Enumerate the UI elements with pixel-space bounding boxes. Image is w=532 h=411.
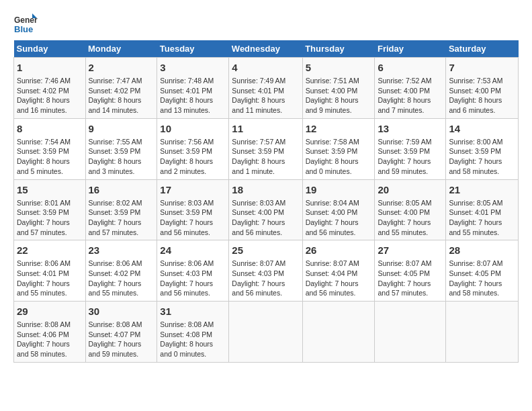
- calendar-cell: 12Sunrise: 7:58 AM Sunset: 3:59 PM Dayli…: [302, 118, 375, 179]
- calendar-cell: 31Sunrise: 8:08 AM Sunset: 4:08 PM Dayli…: [157, 302, 229, 363]
- cell-content: Sunrise: 8:05 AM Sunset: 4:01 PM Dayligh…: [449, 198, 515, 238]
- calendar-cell: 19Sunrise: 8:04 AM Sunset: 4:00 PM Dayli…: [302, 179, 375, 240]
- calendar-cell: 13Sunrise: 7:59 AM Sunset: 3:59 PM Dayli…: [375, 118, 446, 179]
- header: General Blue: [13, 12, 519, 36]
- week-row-4: 22Sunrise: 8:06 AM Sunset: 4:01 PM Dayli…: [14, 240, 519, 302]
- day-number: 11: [232, 122, 299, 136]
- cell-content: Sunrise: 7:55 AM Sunset: 3:59 PM Dayligh…: [89, 137, 154, 177]
- cell-content: Sunrise: 7:53 AM Sunset: 4:00 PM Dayligh…: [449, 76, 515, 116]
- cell-content: Sunrise: 8:07 AM Sunset: 4:05 PM Dayligh…: [449, 259, 515, 298]
- day-number: 6: [378, 60, 443, 75]
- calendar-cell: 27Sunrise: 8:07 AM Sunset: 4:05 PM Dayli…: [375, 240, 446, 302]
- day-number: 15: [17, 183, 83, 197]
- calendar-cell: 14Sunrise: 8:00 AM Sunset: 3:59 PM Dayli…: [446, 118, 519, 179]
- cell-content: Sunrise: 8:07 AM Sunset: 4:04 PM Dayligh…: [306, 259, 372, 298]
- cell-content: Sunrise: 8:03 AM Sunset: 3:59 PM Dayligh…: [160, 198, 226, 238]
- day-number: 12: [306, 122, 372, 136]
- calendar-cell: 7Sunrise: 7:53 AM Sunset: 4:00 PM Daylig…: [446, 58, 519, 119]
- svg-text:Blue: Blue: [14, 24, 33, 34]
- calendar-cell: 30Sunrise: 8:08 AM Sunset: 4:07 PM Dayli…: [85, 302, 157, 363]
- day-number: 23: [89, 243, 154, 257]
- calendar-cell: 18Sunrise: 8:03 AM Sunset: 4:00 PM Dayli…: [229, 179, 302, 240]
- calendar-cell: 28Sunrise: 8:07 AM Sunset: 4:05 PM Dayli…: [446, 240, 519, 302]
- calendar-cell: 22Sunrise: 8:06 AM Sunset: 4:01 PM Dayli…: [14, 240, 86, 302]
- header-cell-sunday: Sunday: [14, 40, 86, 58]
- day-number: 18: [232, 183, 299, 197]
- cell-content: Sunrise: 7:51 AM Sunset: 4:00 PM Dayligh…: [306, 76, 372, 116]
- cell-content: Sunrise: 8:06 AM Sunset: 4:01 PM Dayligh…: [17, 259, 83, 298]
- calendar-table: SundayMondayTuesdayWednesdayThursdayFrid…: [13, 40, 519, 363]
- calendar-cell: 16Sunrise: 8:02 AM Sunset: 3:59 PM Dayli…: [85, 179, 157, 240]
- day-number: 1: [17, 60, 83, 75]
- cell-content: Sunrise: 7:48 AM Sunset: 4:01 PM Dayligh…: [160, 76, 226, 116]
- calendar-cell: 17Sunrise: 8:03 AM Sunset: 3:59 PM Dayli…: [157, 179, 229, 240]
- day-number: 27: [378, 243, 443, 257]
- calendar-cell: 5Sunrise: 7:51 AM Sunset: 4:00 PM Daylig…: [302, 58, 375, 119]
- day-number: 17: [160, 183, 226, 197]
- day-number: 5: [306, 60, 372, 75]
- cell-content: Sunrise: 7:47 AM Sunset: 4:02 PM Dayligh…: [89, 76, 154, 116]
- day-number: 13: [378, 122, 443, 136]
- day-number: 19: [306, 183, 372, 197]
- cell-content: Sunrise: 8:04 AM Sunset: 4:00 PM Dayligh…: [306, 198, 372, 238]
- cell-content: Sunrise: 8:06 AM Sunset: 4:02 PM Dayligh…: [89, 259, 154, 298]
- day-number: 16: [89, 183, 154, 197]
- header-cell-friday: Friday: [375, 40, 446, 58]
- cell-content: Sunrise: 7:59 AM Sunset: 3:59 PM Dayligh…: [378, 137, 443, 177]
- day-number: 10: [160, 122, 226, 136]
- logo-svg: General Blue: [13, 12, 38, 36]
- cell-content: Sunrise: 7:49 AM Sunset: 4:01 PM Dayligh…: [232, 76, 299, 116]
- cell-content: Sunrise: 8:05 AM Sunset: 4:00 PM Dayligh…: [378, 198, 443, 238]
- cell-content: Sunrise: 8:01 AM Sunset: 3:59 PM Dayligh…: [17, 198, 83, 238]
- cell-content: Sunrise: 8:00 AM Sunset: 3:59 PM Dayligh…: [449, 137, 515, 177]
- calendar-cell: 21Sunrise: 8:05 AM Sunset: 4:01 PM Dayli…: [446, 179, 519, 240]
- calendar-cell: 1Sunrise: 7:46 AM Sunset: 4:02 PM Daylig…: [14, 58, 86, 119]
- calendar-cell: 11Sunrise: 7:57 AM Sunset: 3:59 PM Dayli…: [229, 118, 302, 179]
- cell-content: Sunrise: 8:06 AM Sunset: 4:03 PM Dayligh…: [160, 259, 226, 298]
- calendar-cell: 10Sunrise: 7:56 AM Sunset: 3:59 PM Dayli…: [157, 118, 229, 179]
- day-number: 4: [232, 60, 299, 75]
- calendar-cell: 24Sunrise: 8:06 AM Sunset: 4:03 PM Dayli…: [157, 240, 229, 302]
- cell-content: Sunrise: 8:08 AM Sunset: 4:07 PM Dayligh…: [89, 320, 154, 359]
- day-number: 8: [17, 122, 83, 136]
- cell-content: Sunrise: 8:02 AM Sunset: 3:59 PM Dayligh…: [89, 198, 154, 238]
- day-number: 20: [378, 183, 443, 197]
- calendar-cell: 9Sunrise: 7:55 AM Sunset: 3:59 PM Daylig…: [85, 118, 157, 179]
- calendar-cell: 20Sunrise: 8:05 AM Sunset: 4:00 PM Dayli…: [375, 179, 446, 240]
- cell-content: Sunrise: 7:56 AM Sunset: 3:59 PM Dayligh…: [160, 137, 226, 177]
- cell-content: Sunrise: 7:58 AM Sunset: 3:59 PM Dayligh…: [306, 137, 372, 177]
- day-number: 7: [449, 60, 515, 75]
- day-number: 30: [89, 304, 154, 318]
- calendar-cell: 6Sunrise: 7:52 AM Sunset: 4:00 PM Daylig…: [375, 58, 446, 119]
- day-number: 2: [89, 60, 154, 75]
- header-cell-wednesday: Wednesday: [229, 40, 302, 58]
- header-cell-saturday: Saturday: [446, 40, 519, 58]
- day-number: 26: [306, 243, 372, 257]
- cell-content: Sunrise: 8:07 AM Sunset: 4:03 PM Dayligh…: [232, 259, 299, 298]
- logo: General Blue: [13, 12, 38, 36]
- calendar-cell: [375, 302, 446, 363]
- day-number: 9: [89, 122, 154, 136]
- header-row: SundayMondayTuesdayWednesdayThursdayFrid…: [14, 40, 519, 58]
- day-number: 21: [449, 183, 515, 197]
- day-number: 14: [449, 122, 515, 136]
- cell-content: Sunrise: 8:08 AM Sunset: 4:08 PM Dayligh…: [160, 320, 226, 359]
- calendar-cell: [302, 302, 375, 363]
- calendar-cell: 25Sunrise: 8:07 AM Sunset: 4:03 PM Dayli…: [229, 240, 302, 302]
- calendar-cell: 29Sunrise: 8:08 AM Sunset: 4:06 PM Dayli…: [14, 302, 86, 363]
- calendar-cell: 8Sunrise: 7:54 AM Sunset: 3:59 PM Daylig…: [14, 118, 86, 179]
- calendar-cell: 15Sunrise: 8:01 AM Sunset: 3:59 PM Dayli…: [14, 179, 86, 240]
- header-cell-monday: Monday: [85, 40, 157, 58]
- calendar-cell: 2Sunrise: 7:47 AM Sunset: 4:02 PM Daylig…: [85, 58, 157, 119]
- day-number: 22: [17, 243, 83, 257]
- header-cell-tuesday: Tuesday: [157, 40, 229, 58]
- cell-content: Sunrise: 8:07 AM Sunset: 4:05 PM Dayligh…: [378, 259, 443, 298]
- cell-content: Sunrise: 8:03 AM Sunset: 4:00 PM Dayligh…: [232, 198, 299, 238]
- cell-content: Sunrise: 7:57 AM Sunset: 3:59 PM Dayligh…: [232, 137, 299, 177]
- calendar-cell: [446, 302, 519, 363]
- cell-content: Sunrise: 7:46 AM Sunset: 4:02 PM Dayligh…: [17, 76, 83, 116]
- calendar-cell: [229, 302, 302, 363]
- cell-content: Sunrise: 7:52 AM Sunset: 4:00 PM Dayligh…: [378, 76, 443, 116]
- header-cell-thursday: Thursday: [302, 40, 375, 58]
- cell-content: Sunrise: 8:08 AM Sunset: 4:06 PM Dayligh…: [17, 320, 83, 359]
